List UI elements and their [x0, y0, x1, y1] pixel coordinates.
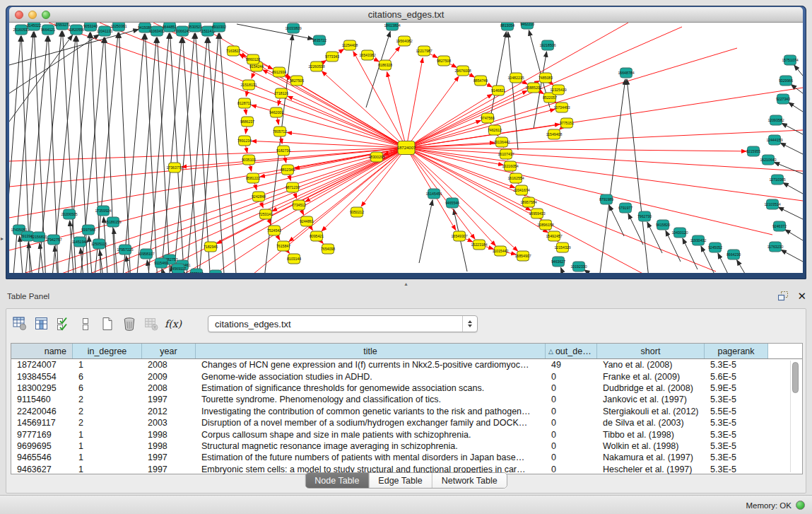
window-titlebar[interactable]: citations_edges.txt	[9, 7, 803, 23]
network-node[interactable]: 16543382	[359, 50, 375, 60]
network-node[interactable]: 14569117	[170, 264, 187, 273]
network-node[interactable]: 9146821	[491, 86, 505, 95]
network-node[interactable]: 10958107	[138, 249, 154, 259]
network-node[interactable]: 7253141	[259, 209, 273, 219]
table-row[interactable]: 969969511998Structural magnetic resonanc…	[11, 440, 802, 452]
network-node[interactable]: 9699695	[208, 270, 223, 273]
tab-network-table[interactable]: Network Table	[433, 473, 507, 488]
network-node[interactable]: 16549307	[451, 231, 467, 241]
network-node[interactable]: 11254408	[342, 40, 358, 50]
network-node[interactable]: 17942757	[45, 235, 61, 245]
network-node[interactable]: 16854907	[514, 251, 531, 261]
network-node[interactable]: 17359924	[95, 206, 111, 216]
network-node[interactable]: 7734512	[292, 200, 306, 210]
network-node[interactable]: 9397588	[81, 225, 95, 235]
network-node[interactable]: 7462612	[488, 125, 502, 135]
network-node[interactable]: 7805712	[273, 127, 287, 136]
network-node[interactable]: 16648784	[618, 68, 634, 78]
network-node[interactable]: 13216054	[502, 161, 518, 171]
clear-selection-icon[interactable]	[78, 316, 93, 332]
network-node[interactable]: 8860128	[246, 54, 260, 64]
network-node[interactable]: 9463627	[551, 257, 565, 267]
table-scrollbar[interactable]	[790, 361, 800, 472]
network-node[interactable]: 16033809	[285, 23, 301, 33]
network-node[interactable]: 8145022	[27, 23, 41, 30]
network-node[interactable]: 8812345	[281, 165, 295, 175]
network-node[interactable]: 8581222	[246, 173, 260, 183]
network-node[interactable]: 11015443	[493, 246, 509, 256]
network-node[interactable]: 8910302	[212, 23, 226, 32]
network-node[interactable]: 12154329	[554, 243, 570, 252]
network-node[interactable]: 18300295	[368, 152, 384, 162]
network-node[interactable]: 9035102	[242, 155, 256, 165]
network-node[interactable]: 10250361	[110, 23, 126, 31]
column-header-pagerank[interactable]: pagerank	[705, 344, 768, 358]
network-node[interactable]: 12093582	[767, 115, 784, 125]
network-node[interactable]: 10192330	[570, 262, 587, 271]
network-node[interactable]: 12505115	[91, 239, 107, 249]
network-node[interactable]: 8103144	[287, 254, 301, 264]
network-node[interactable]: 9775151	[560, 118, 574, 128]
function-builder-icon[interactable]: f(x)	[165, 316, 181, 332]
network-node[interactable]: 7654098	[321, 244, 335, 254]
network-node[interactable]: 21518131	[240, 80, 257, 90]
network-node[interactable]: 15145451	[425, 189, 442, 199]
network-node[interactable]: 17957225	[117, 245, 133, 255]
network-node[interactable]: 9462210	[520, 23, 534, 29]
network-node[interactable]: 12217987	[416, 46, 432, 56]
network-node[interactable]: 9462001	[269, 107, 283, 117]
network-node[interactable]: 9835722	[312, 35, 326, 45]
network-node[interactable]: 10430120	[671, 228, 688, 238]
delete-table-icon[interactable]	[143, 316, 159, 332]
column-header-name[interactable]: name	[11, 344, 73, 358]
network-node[interactable]: 19564082	[396, 36, 412, 46]
network-node[interactable]: 29676008	[454, 66, 471, 76]
network-canvas[interactable]: 1872400791542442151813181287119886237789…	[9, 23, 803, 273]
splitter-grip-icon[interactable]: ▴	[403, 281, 409, 286]
network-node[interactable]: 7962730	[637, 211, 652, 221]
network-node[interactable]: 10734493	[553, 103, 570, 112]
horizontal-splitter[interactable]: ▴	[0, 279, 812, 288]
table-row[interactable]: 1456911722003Disruption of a novel membe…	[11, 417, 802, 428]
network-node[interactable]: 9773343	[325, 52, 339, 62]
network-node[interactable]: 8215955	[746, 146, 760, 156]
network-node[interactable]: 23136442	[493, 137, 510, 147]
new-file-icon[interactable]	[100, 316, 115, 332]
network-node[interactable]: 12156819	[30, 232, 47, 242]
network-node[interactable]: 8791989	[599, 194, 613, 204]
network-node[interactable]: 7182945	[204, 242, 218, 252]
network-node[interactable]: 9827505	[290, 76, 304, 86]
network-node[interactable]: 9242848	[252, 192, 266, 201]
column-header-title[interactable]: title	[196, 344, 546, 358]
table-row[interactable]: 1830029562008Estimation of significance …	[11, 382, 802, 394]
network-node[interactable]: 15492457	[546, 231, 562, 241]
network-node[interactable]: 9350212	[350, 207, 364, 217]
network-node[interactable]: 16107437	[498, 149, 514, 159]
table-settings-icon[interactable]	[12, 316, 28, 332]
network-node[interactable]: 11549408	[546, 129, 563, 139]
network-node[interactable]: 7891234	[237, 136, 252, 146]
network-node[interactable]: 10482215	[507, 73, 524, 83]
network-node[interactable]: 2718126	[274, 88, 288, 98]
network-node[interactable]: 15751074	[782, 55, 798, 65]
network-node[interactable]: 11763230	[767, 242, 784, 252]
network-node[interactable]: 9415820	[656, 220, 670, 230]
network-node[interactable]: 16162554	[507, 173, 524, 183]
float-panel-icon[interactable]	[778, 291, 789, 301]
network-node[interactable]: 15885201	[525, 83, 541, 93]
network-node[interactable]: 9886237	[240, 117, 254, 127]
network-node[interactable]: 12444159	[766, 135, 782, 145]
network-node[interactable]: 10896158	[537, 220, 553, 230]
network-node[interactable]: 16210643	[760, 155, 776, 165]
network-view-window[interactable]: citations_edges.txt 18724007915424421518…	[6, 6, 806, 279]
close-panel-icon[interactable]: ✕	[797, 291, 806, 301]
network-node[interactable]: 7524542	[267, 226, 281, 235]
network-node[interactable]: 9664121	[41, 25, 55, 35]
network-node[interactable]: 9245052	[708, 243, 722, 252]
network-node[interactable]: 8813054	[500, 23, 514, 30]
column-header-indegree[interactable]: in_degree	[73, 344, 142, 358]
column-header-short[interactable]: short	[597, 344, 705, 358]
network-node[interactable]: 12325419	[550, 85, 566, 95]
network-node[interactable]: 9227343	[776, 94, 790, 104]
network-node[interactable]: 9465546	[445, 198, 459, 208]
